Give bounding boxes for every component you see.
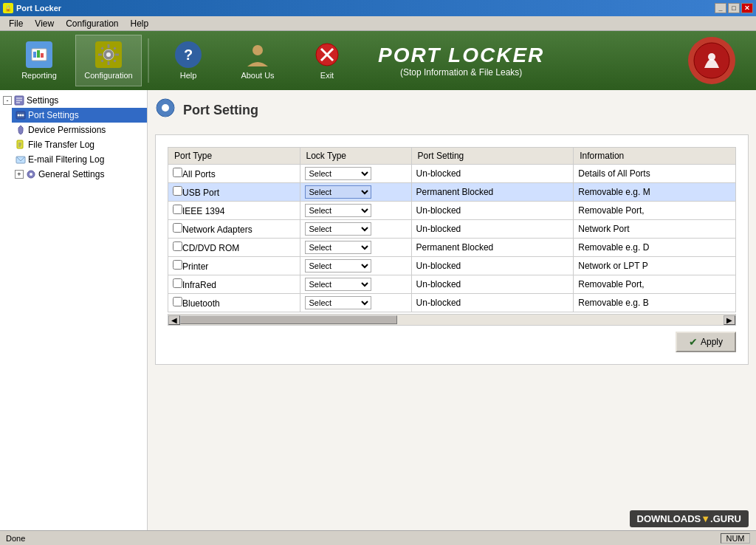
status-text: Done (6, 534, 25, 543)
port-settings-icon (15, 109, 27, 121)
toolbar-about[interactable]: About Us (224, 35, 291, 86)
svg-point-25 (18, 114, 20, 117)
general-settings-icon (25, 168, 37, 180)
sidebar-item-general-settings[interactable]: + General Settings (12, 167, 147, 182)
device-permissions-label: Device Permissions (28, 125, 106, 135)
info-cell: Network Port (574, 220, 736, 239)
port-setting-cell: Permanent Blocked (411, 183, 574, 202)
table-row[interactable]: USB PortSelectPermanent BlockedRemovable… (168, 183, 736, 202)
svg-point-14 (252, 45, 263, 55)
sidebar-item-device-permissions[interactable]: Device Permissions (12, 123, 147, 137)
menu-view[interactable]: View (29, 17, 60, 30)
scroll-left-button[interactable]: ◀ (168, 315, 180, 325)
settings-label: Settings (27, 95, 58, 106)
lock-type-select[interactable]: Select (305, 185, 371, 199)
toolbar-divider-1 (148, 38, 149, 83)
lock-type-select[interactable]: Select (305, 167, 371, 180)
table-container: Port Type Lock Type Port Setting Informa… (155, 134, 749, 365)
table-row[interactable]: PrinterSelectUn-blockedNetwork or LPT P (168, 257, 736, 275)
svg-rect-40 (171, 107, 174, 109)
close-button[interactable]: ✕ (741, 3, 753, 13)
table-row[interactable]: InfraRedSelectUn-blockedRemovable Port, (168, 275, 736, 294)
port-checkbox[interactable] (173, 223, 182, 233)
lock-type-select[interactable]: Select (305, 222, 371, 236)
brand-title: PORT LOCKER (378, 44, 544, 67)
port-type-cell: USB Port (168, 183, 300, 202)
device-permissions-icon (15, 124, 27, 136)
toolbar-reporting[interactable]: Reporting (6, 35, 72, 86)
scroll-thumb[interactable] (180, 315, 397, 324)
sidebar-children: Port Settings Device Permissions (0, 108, 147, 182)
port-checkbox[interactable] (173, 205, 182, 214)
port-type-cell: InfraRed (168, 275, 300, 294)
lock-type-select[interactable]: Select (305, 259, 371, 272)
email-filtering-icon (15, 154, 27, 165)
svg-rect-39 (157, 107, 160, 109)
port-checkbox[interactable] (173, 297, 182, 306)
brand-logo (688, 37, 735, 84)
svg-point-36 (162, 104, 169, 112)
horizontal-scrollbar[interactable]: ◀ ▶ (168, 314, 736, 326)
sidebar-item-settings[interactable]: - Settings (0, 93, 147, 108)
apply-label: Apply (701, 337, 723, 347)
apply-row: ✔ Apply (168, 332, 736, 352)
port-name: InfraRed (182, 280, 216, 290)
toolbar-exit[interactable]: Exit (294, 35, 360, 86)
svg-point-26 (20, 114, 22, 117)
lock-type-select[interactable]: Select (305, 241, 371, 254)
svg-rect-3 (41, 53, 44, 58)
menu-file[interactable]: File (3, 17, 29, 30)
port-checkbox[interactable] (173, 168, 182, 177)
lock-type-cell: Select (300, 202, 411, 220)
apply-button[interactable]: ✔ Apply (676, 332, 736, 352)
table-row[interactable]: Network AdaptersSelectUn-blockedNetwork … (168, 220, 736, 239)
svg-rect-13 (113, 59, 116, 62)
lock-type-cell: Select (300, 239, 411, 257)
scroll-track[interactable] (180, 315, 724, 325)
port-checkbox[interactable] (173, 278, 182, 288)
table-row[interactable]: BluetoothSelectUn-blockedRemovable e.g. … (168, 294, 736, 312)
col-lock-type: Lock Type (300, 148, 411, 165)
port-checkbox[interactable] (173, 260, 182, 270)
svg-rect-8 (98, 54, 102, 56)
port-name: Bluetooth (182, 298, 220, 309)
menu-bar: File View Configuration Help (0, 16, 756, 31)
table-row[interactable]: IEEE 1394SelectUn-blockedRemovable Port, (168, 202, 736, 220)
toolbar-configuration[interactable]: Configuration (75, 35, 142, 86)
lock-type-select[interactable]: Select (305, 296, 371, 309)
settings-toggle[interactable]: - (3, 96, 12, 105)
menu-configuration[interactable]: Configuration (60, 17, 124, 30)
menu-help[interactable]: Help (125, 17, 155, 30)
about-icon (244, 41, 271, 68)
toolbar-help[interactable]: ? Help (155, 35, 221, 86)
sidebar-item-email-filtering[interactable]: E-mail Filtering Log (12, 152, 147, 167)
about-label: About Us (241, 71, 274, 80)
info-cell: Removable Port, (574, 275, 736, 294)
minimize-button[interactable]: _ (715, 3, 726, 13)
general-settings-toggle[interactable]: + (15, 170, 24, 179)
svg-rect-10 (100, 47, 103, 49)
table-row[interactable]: All PortsSelectUn-blockedDetails of All … (168, 165, 736, 183)
maximize-button[interactable]: □ (728, 3, 740, 13)
lock-type-cell: Select (300, 165, 411, 183)
sidebar-item-file-transfer-log[interactable]: File Transfer Log (12, 137, 147, 152)
num-lock-indicator: NUM (721, 533, 750, 544)
port-setting-cell: Un-blocked (411, 165, 574, 183)
table-row[interactable]: CD/DVD ROMSelectPermanent BlockedRemovab… (168, 239, 736, 257)
port-settings-label: Port Settings (28, 110, 79, 120)
sidebar-item-port-settings[interactable]: Port Settings (12, 108, 147, 123)
brand-area: PORT LOCKER (Stop Information & File Lea… (363, 37, 750, 84)
lock-type-select[interactable]: Select (305, 278, 371, 291)
port-type-cell: IEEE 1394 (168, 202, 300, 220)
status-bar: Done NUM (0, 530, 756, 545)
port-checkbox[interactable] (173, 186, 182, 196)
port-checkbox[interactable] (173, 241, 182, 251)
svg-point-27 (22, 114, 24, 117)
svg-point-34 (30, 173, 32, 176)
main-content: - Settings (0, 90, 756, 530)
port-type-cell: All Ports (168, 165, 300, 183)
svg-point-5 (106, 52, 111, 57)
lock-type-select[interactable]: Select (305, 204, 371, 217)
port-name: All Ports (182, 169, 216, 179)
scroll-right-button[interactable]: ▶ (724, 315, 735, 325)
